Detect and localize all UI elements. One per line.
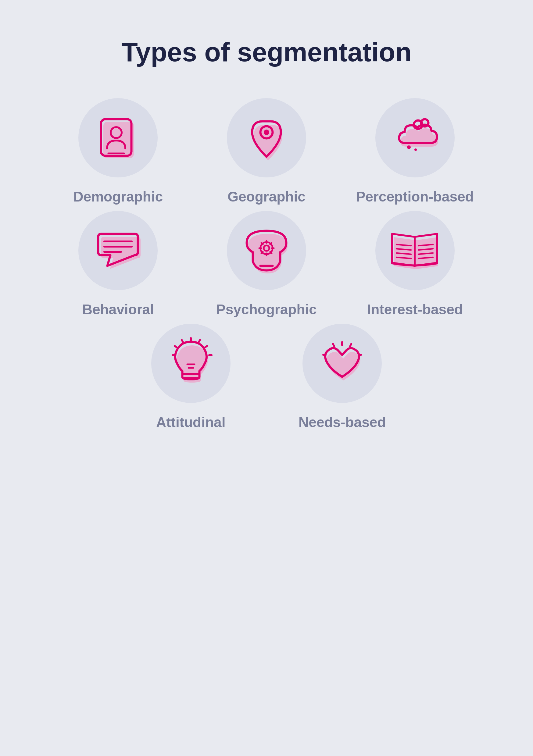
perception-label: Perception-based bbox=[356, 188, 474, 205]
geographic-circle bbox=[227, 98, 306, 177]
needs-circle bbox=[302, 324, 382, 403]
svg-line-38 bbox=[199, 340, 200, 342]
interest-label: Interest-based bbox=[367, 301, 463, 318]
svg-line-39 bbox=[205, 346, 207, 347]
segment-interest: Interest-based bbox=[350, 211, 480, 318]
row-2: Behavioral bbox=[53, 211, 480, 318]
id-card-icon bbox=[97, 115, 139, 161]
demographic-label: Demographic bbox=[73, 188, 163, 205]
segment-attitudinal: Attitudinal bbox=[125, 324, 258, 430]
segment-needs: Needs-based bbox=[276, 324, 409, 430]
interest-circle bbox=[375, 211, 455, 290]
svg-line-46 bbox=[333, 344, 334, 346]
lightbulb-icon bbox=[166, 338, 215, 389]
segment-geographic: Geographic bbox=[202, 98, 332, 205]
chat-icon bbox=[95, 228, 141, 273]
perception-circle bbox=[375, 98, 455, 177]
svg-line-21 bbox=[270, 252, 272, 253]
behavioral-circle bbox=[78, 211, 158, 290]
row-3: Attitudinal Needs-based bbox=[125, 324, 409, 430]
segment-behavioral: Behavioral bbox=[53, 211, 183, 318]
book-icon bbox=[390, 229, 440, 272]
needs-label: Needs-based bbox=[298, 414, 386, 430]
attitudinal-circle bbox=[151, 324, 231, 403]
psychographic-label: Psychographic bbox=[216, 301, 317, 318]
heart-rays-icon bbox=[318, 339, 367, 388]
svg-line-20 bbox=[261, 243, 263, 244]
page-title: Types of segmentation bbox=[121, 37, 412, 68]
cloud-brain-icon bbox=[391, 118, 439, 158]
behavioral-label: Behavioral bbox=[82, 301, 154, 318]
head-gear-icon bbox=[244, 226, 289, 275]
attitudinal-label: Attitudinal bbox=[156, 414, 225, 430]
row-1: Demographic Geographic bbox=[53, 98, 480, 205]
segment-demographic: Demographic bbox=[53, 98, 183, 205]
svg-point-5 bbox=[264, 129, 269, 135]
svg-line-41 bbox=[175, 346, 177, 347]
svg-line-45 bbox=[350, 344, 351, 346]
svg-line-40 bbox=[182, 340, 183, 342]
map-pin-icon bbox=[247, 113, 286, 162]
segment-perception: Perception-based bbox=[350, 98, 480, 205]
geographic-label: Geographic bbox=[228, 188, 305, 205]
svg-point-8 bbox=[407, 146, 411, 149]
svg-line-22 bbox=[270, 243, 272, 244]
svg-line-23 bbox=[261, 252, 263, 253]
svg-point-9 bbox=[414, 148, 417, 151]
psychographic-circle bbox=[227, 211, 306, 290]
demographic-circle bbox=[78, 98, 158, 177]
segment-psychographic: Psychographic bbox=[202, 211, 332, 318]
